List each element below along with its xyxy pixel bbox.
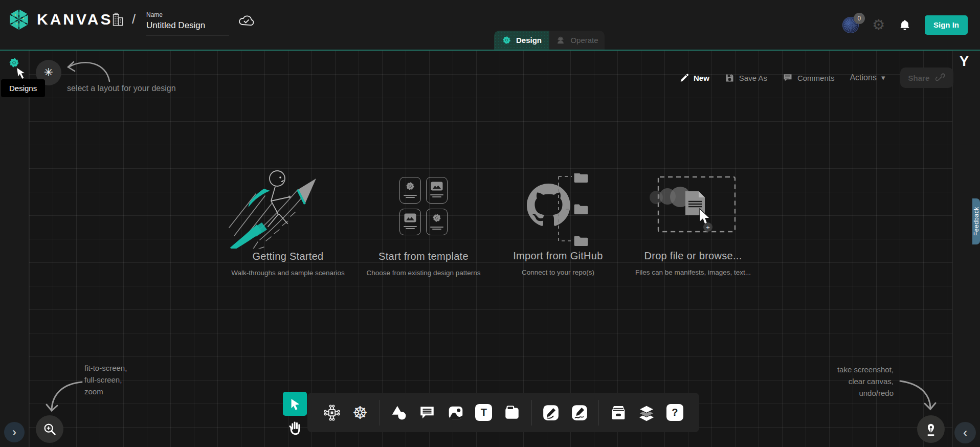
pan-tool-button[interactable]: [283, 416, 307, 439]
save-as-button[interactable]: Save As: [725, 73, 767, 83]
comment-icon: [418, 404, 436, 421]
tab-design[interactable]: Design: [494, 31, 549, 50]
select-tool-button[interactable]: [283, 392, 307, 416]
pen-nib-icon: [923, 421, 939, 437]
image-icon: [431, 182, 443, 191]
comments-icon: [783, 73, 793, 83]
new-label: New: [694, 74, 709, 82]
image-tool-button[interactable]: [444, 400, 467, 426]
help-icon: ?: [666, 404, 683, 421]
help-button[interactable]: ?: [663, 400, 686, 426]
text-tool-button[interactable]: T: [472, 400, 495, 426]
github-title: Import from GitHub: [481, 250, 635, 262]
share-label: Share: [908, 74, 930, 82]
actions-dropdown[interactable]: Actions ▾: [850, 73, 885, 82]
share-button[interactable]: Share: [900, 68, 953, 88]
organization-icon[interactable]: [108, 11, 126, 29]
kanvas-logo-icon: [7, 8, 31, 31]
kubernetes-tool-button[interactable]: ☸: [348, 400, 371, 426]
tab-operate[interactable]: Operate: [549, 31, 605, 50]
notifications-bell-icon[interactable]: [898, 18, 911, 32]
mode-tabbar: Design Operate: [494, 31, 605, 50]
cloud-saved-icon: [237, 13, 255, 28]
designs-tooltip: Designs: [1, 79, 45, 97]
pen-actions-button[interactable]: [917, 415, 945, 443]
brand-name: KANVAS: [37, 11, 113, 28]
dropfile-illustration: +: [655, 175, 739, 234]
template-thumb: [426, 209, 448, 235]
sketch-tool-button[interactable]: [568, 400, 591, 426]
layers-button[interactable]: [635, 400, 658, 426]
layout-asterisk-icon: ✳: [44, 66, 53, 79]
select-cursor-icon: [288, 397, 302, 411]
toolbar-divider: [531, 400, 532, 426]
note-icon: [503, 404, 521, 421]
zoom-hint-arrow: [45, 377, 86, 415]
pencil-icon: [679, 73, 689, 83]
comments-label: Comments: [797, 74, 835, 82]
pointer-tools: [283, 392, 307, 439]
edge-tool-button[interactable]: [540, 400, 563, 426]
actions-label: Actions: [850, 73, 876, 82]
zoom-in-icon: [42, 421, 57, 437]
app-header: KANVAS / Name Design Operat: [0, 0, 980, 50]
text-tool-icon: T: [475, 404, 492, 421]
left-panel-expand-button[interactable]: ›: [4, 422, 25, 442]
comments-button[interactable]: Comments: [783, 73, 835, 83]
components-tool-button[interactable]: [320, 400, 343, 426]
layout-hint-arrow: [62, 55, 114, 86]
right-panel-collapse-button[interactable]: ‹: [954, 422, 976, 443]
share-link-icon: [936, 73, 946, 83]
new-button[interactable]: New: [679, 73, 709, 83]
dropfile-subtitle: Files can be manifests, images, text...: [611, 269, 775, 276]
template-thumb: [399, 177, 421, 204]
kubernetes-icon: ☸: [352, 404, 368, 421]
sign-in-button[interactable]: Sign In: [925, 15, 968, 35]
canvas-toolbar: New Save As Comments Actions ▾ Share: [679, 68, 953, 88]
comment-tool-button[interactable]: [416, 400, 439, 426]
save-as-label: Save As: [739, 74, 767, 82]
zoom-button[interactable]: [36, 415, 63, 443]
bottom-toolbar: ☸ T: [307, 393, 699, 432]
template-thumb: [399, 209, 421, 235]
pen-path-icon: [542, 404, 560, 421]
zoom-hint-line: zoom: [84, 386, 127, 397]
getting-started-title: Getting Started: [211, 251, 365, 262]
user-avatar[interactable]: 0: [842, 17, 859, 33]
pinwheel-icon: [405, 181, 415, 191]
note-tool-button[interactable]: [501, 400, 524, 426]
screenshot-hints: take screenshot, clear canvas, undo/redo: [781, 364, 894, 399]
design-name-label: Name: [146, 11, 229, 18]
toolbar-divider: [380, 400, 380, 426]
feedback-tab[interactable]: Feedback: [972, 198, 980, 244]
operate-tab-icon: [555, 35, 566, 46]
chevron-left-icon: ‹: [963, 426, 967, 440]
zoom-hint-line: full-screen,: [84, 374, 127, 386]
y-logo: Y: [960, 54, 969, 70]
pinwheel-icon: [432, 213, 442, 223]
design-name-input[interactable]: [146, 18, 229, 35]
pencil-scribble-icon: [571, 404, 588, 421]
kanvas-logo[interactable]: KANVAS: [7, 8, 113, 31]
right-panel-strip: [952, 51, 980, 447]
tab-operate-label: Operate: [570, 36, 598, 44]
main-area: Designs ✳ select a layout for your desig…: [0, 50, 980, 447]
zoom-hints: fit-to-screen, full-screen, zoom: [84, 362, 127, 397]
tab-design-label: Design: [516, 36, 542, 44]
drawer-button[interactable]: [607, 400, 630, 426]
layers-icon: [637, 404, 656, 422]
svg-text:+: +: [706, 223, 710, 231]
template-thumb: [426, 177, 448, 204]
left-panel-strip: [0, 51, 29, 447]
circuit-icon: [323, 404, 341, 422]
zoom-hint-line: fit-to-screen,: [84, 362, 127, 374]
screenshot-hint-arrow: [896, 377, 937, 414]
shapes-tool-button[interactable]: [387, 400, 410, 426]
dropfile-title: Drop file or browse...: [616, 250, 770, 262]
image-icon: [447, 404, 464, 421]
breadcrumb-separator: /: [132, 11, 136, 27]
image-icon: [404, 213, 416, 222]
design-tab-icon: [502, 35, 511, 45]
template-illustration: [399, 177, 448, 235]
settings-gear-icon[interactable]: ⚙: [872, 18, 885, 32]
